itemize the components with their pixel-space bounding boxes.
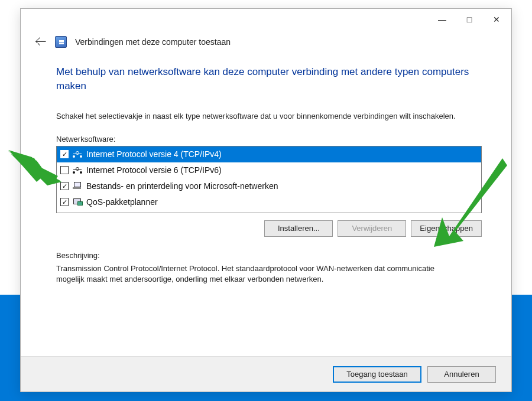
list-item-label: Bestands- en printerdeling voor Microsof… (86, 181, 278, 191)
checkbox-ipv4[interactable]: ✓ (60, 150, 69, 158)
close-button[interactable]: ✕ (483, 10, 510, 29)
list-item-qos[interactable]: ✓ QoS-pakketplanner (57, 194, 481, 210)
list-item-label: Internet Protocol versie 4 (TCP/IPv4) (86, 149, 222, 159)
protocol-icon (72, 166, 83, 174)
list-item-fileshare[interactable]: ✓ Bestands- en printerdeling voor Micros… (57, 178, 481, 194)
qos-icon (72, 198, 83, 206)
back-arrow-icon[interactable]: 🡠 (35, 35, 47, 48)
checkbox-qos[interactable]: ✓ (60, 198, 69, 206)
content-area: Met behulp van netwerksoftware kan deze … (21, 59, 511, 356)
list-item-label: QoS-pakketplanner (86, 197, 158, 207)
checkbox-fileshare[interactable]: ✓ (60, 182, 69, 190)
remove-button: Verwijderen (338, 220, 406, 237)
list-item-ipv6[interactable]: Internet Protocol versie 6 (TCP/IPv6) (57, 162, 481, 178)
list-label: Netwerksoftware: (56, 135, 482, 144)
dialog-window: — □ ✕ 🡠 Verbindingen met deze computer t… (20, 8, 512, 392)
dialog-footer: Toegang toestaan Annuleren (21, 356, 511, 392)
instruction-text: Schakel het selectievakje in naast elk t… (56, 111, 482, 122)
titlebar: — □ ✕ (21, 9, 511, 30)
checkbox-ipv6[interactable] (60, 166, 69, 174)
headline-text: Met behulp van netwerksoftware kan deze … (56, 65, 482, 93)
share-icon (72, 182, 83, 190)
properties-button[interactable]: Eigenschappen (411, 220, 482, 237)
install-button[interactable]: Installeren... (264, 220, 333, 237)
network-software-listbox[interactable]: ✓ Internet Protocol versie 4 (TCP/IPv4) … (56, 146, 482, 213)
description-label: Beschrijving: (56, 251, 482, 260)
list-item-label: Internet Protocol versie 6 (TCP/IPv6) (86, 165, 222, 175)
cancel-button[interactable]: Annuleren (427, 366, 496, 383)
minimize-button[interactable]: — (429, 10, 456, 29)
list-item-ipv4[interactable]: ✓ Internet Protocol versie 4 (TCP/IPv4) (57, 146, 481, 162)
window-title: Verbindingen met deze computer toestaan (75, 37, 231, 47)
button-row: Installeren... Verwijderen Eigenschappen (56, 220, 482, 237)
maximize-button[interactable]: □ (456, 10, 483, 29)
allow-access-button[interactable]: Toegang toestaan (333, 366, 421, 383)
protocol-icon (72, 150, 83, 158)
app-icon (55, 36, 67, 48)
header-row: 🡠 Verbindingen met deze computer toestaa… (21, 30, 511, 59)
description-text: Transmission Control Protocol/Internet P… (56, 263, 434, 285)
